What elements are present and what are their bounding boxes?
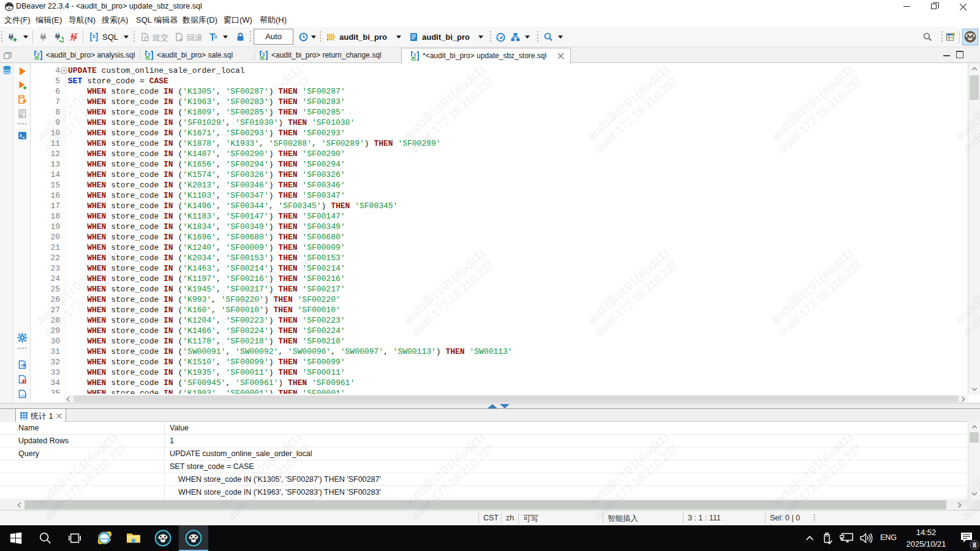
- query-history-icon[interactable]: [298, 32, 309, 42]
- fold-collapse-icon[interactable]: [61, 67, 67, 74]
- editor-tab[interactable]: *<audit_bi_pro> update_sbz_store.sql: [401, 48, 571, 64]
- grid-row[interactable]: SET store_code = CASE: [0, 460, 967, 473]
- perspective-icon[interactable]: [946, 32, 956, 42]
- sash-collapse-up-icon[interactable]: [488, 404, 497, 408]
- tray-usb-button[interactable]: [818, 525, 837, 551]
- sql-console-button[interactable]: [17, 130, 28, 141]
- menu-window[interactable]: 窗口(W): [224, 15, 252, 26]
- execute-script-button[interactable]: [17, 94, 28, 105]
- statistics-tab-close-icon[interactable]: [56, 413, 62, 419]
- start-button[interactable]: [1, 525, 31, 551]
- menu-search[interactable]: 搜索(A): [102, 15, 128, 26]
- database-navigator-icon[interactable]: [2, 65, 12, 75]
- editor-horizontal-scrollbar[interactable]: [64, 395, 967, 403]
- editor-tab[interactable]: <audit_bi_pro> sale.sql: [140, 48, 254, 63]
- grid-header-name[interactable]: Name: [18, 424, 39, 432]
- network-config-icon[interactable]: [510, 32, 521, 42]
- grid-row[interactable]: WHEN store_code IN ('K1963', 'SF00283') …: [0, 486, 967, 499]
- results-vertical-scrollbar[interactable]: [968, 422, 980, 500]
- menu-file[interactable]: 文件(F): [4, 15, 31, 26]
- editor-vscroll-thumb[interactable]: [970, 75, 979, 100]
- new-connection-icon[interactable]: [7, 32, 17, 42]
- task-view-button[interactable]: [60, 525, 89, 551]
- commit-label[interactable]: 提交: [153, 32, 168, 43]
- file-explorer-button[interactable]: [119, 525, 148, 551]
- schema-icon[interactable]: [409, 32, 419, 42]
- editor-hscroll-thumb[interactable]: [74, 395, 959, 402]
- search-icon[interactable]: [543, 32, 554, 42]
- new-connection-dropdown[interactable]: [23, 36, 28, 39]
- statistics-tab[interactable]: 统计 1: [15, 409, 66, 422]
- scroll-up-arrow[interactable]: [972, 67, 977, 72]
- action-center-button[interactable]: 8: [954, 525, 980, 551]
- editor-pane-icon[interactable]: [4, 51, 12, 59]
- internet-explorer-button[interactable]: [89, 525, 119, 551]
- scroll-right-arrow[interactable]: [960, 397, 965, 402]
- grid-row[interactable]: WHEN store_code IN ('K1305', 'SF00287') …: [0, 473, 967, 486]
- query-history-dropdown[interactable]: [311, 36, 316, 39]
- tray-show-hidden-button[interactable]: [801, 525, 818, 551]
- rollback-label[interactable]: 回滚: [187, 32, 203, 43]
- variables-file-icon[interactable]: (x): [17, 389, 28, 399]
- sql-editor-dropdown[interactable]: [124, 36, 129, 39]
- scroll-left-arrow[interactable]: [17, 503, 22, 508]
- commit-icon[interactable]: [140, 32, 150, 42]
- dbeaver-taskbar-button[interactable]: [148, 525, 178, 551]
- scroll-left-arrow[interactable]: [66, 397, 71, 402]
- menu-navigate[interactable]: 导航(N): [69, 15, 96, 26]
- explain-plan-button[interactable]: [17, 108, 28, 119]
- grid-row[interactable]: Updated Rows1: [0, 435, 967, 448]
- editor-results-sash[interactable]: [0, 403, 980, 408]
- transaction-dropdown[interactable]: [223, 36, 228, 39]
- maximize-view-button[interactable]: [956, 51, 965, 58]
- scroll-down-arrow[interactable]: [972, 386, 977, 391]
- sash-collapse-down-icon[interactable]: [500, 404, 510, 408]
- results-hscroll-thumb[interactable]: [24, 500, 946, 509]
- connection-dropdown[interactable]: [396, 36, 401, 39]
- menu-database[interactable]: 数据库(D): [183, 15, 217, 26]
- connection-db-icon[interactable]: [326, 32, 336, 42]
- lock-icon[interactable]: [235, 32, 246, 42]
- editor-tab[interactable]: <audit_bi_pro> return_change.sql: [254, 48, 401, 63]
- connection-selector[interactable]: audit_bi_pro: [339, 32, 387, 42]
- quick-search-icon[interactable]: [922, 32, 933, 42]
- results-horizontal-scrollbar[interactable]: [0, 500, 967, 510]
- taskbar-search-button[interactable]: [31, 525, 60, 551]
- schema-dropdown[interactable]: [478, 36, 483, 39]
- reconnect-icon[interactable]: [53, 32, 64, 42]
- rollback-icon[interactable]: [174, 32, 184, 42]
- menu-edit[interactable]: 编辑(E): [36, 15, 62, 26]
- scroll-right-arrow[interactable]: [957, 503, 962, 508]
- side-toolbar-more-icon[interactable]: [17, 347, 28, 350]
- code-area[interactable]: 4UPDATE custom_online_sale_order_local5S…: [31, 63, 967, 394]
- status-cursor-position[interactable]: 3 : 1 : 111: [688, 514, 721, 522]
- window-close-button[interactable]: [953, 0, 974, 13]
- disconnect-icon[interactable]: [69, 32, 79, 42]
- menu-help[interactable]: 帮助(H): [260, 15, 287, 26]
- schema-selector[interactable]: audit_bi_pro: [422, 32, 470, 42]
- editor-settings-gear-icon[interactable]: [17, 332, 28, 343]
- side-toolbar-more-icon[interactable]: [17, 122, 28, 126]
- connect-icon[interactable]: [38, 32, 48, 42]
- taskbar-clock[interactable]: 14:52 2025/10/21: [898, 527, 954, 550]
- menu-sql-editor[interactable]: SQL 编辑器: [136, 15, 178, 26]
- dashboard-icon[interactable]: [496, 32, 506, 42]
- user-avatar-button[interactable]: [962, 29, 978, 45]
- execute-new-tab-button[interactable]: [17, 80, 28, 91]
- execute-statement-button[interactable]: [17, 66, 28, 77]
- window-minimize-button[interactable]: [896, 0, 917, 13]
- tray-network-button[interactable]: [837, 525, 856, 551]
- validation-error-file-icon[interactable]: [17, 374, 28, 384]
- sql-editor-label[interactable]: SQL: [102, 32, 118, 42]
- scroll-up-arrow[interactable]: [972, 425, 977, 430]
- results-vscroll-thumb[interactable]: [970, 432, 979, 443]
- editor-vertical-scrollbar[interactable]: [968, 63, 980, 395]
- window-maximize-button[interactable]: [924, 0, 944, 13]
- sql-editor-icon[interactable]: [89, 32, 99, 42]
- search-dropdown[interactable]: [558, 36, 563, 39]
- grid-header-value[interactable]: Value: [170, 424, 189, 432]
- transaction-mode-icon[interactable]: [208, 32, 219, 42]
- tray-volume-button[interactable]: [856, 525, 876, 551]
- input-language-indicator[interactable]: ENG: [880, 533, 897, 542]
- dbeaver-taskbar-button-active[interactable]: [179, 525, 208, 551]
